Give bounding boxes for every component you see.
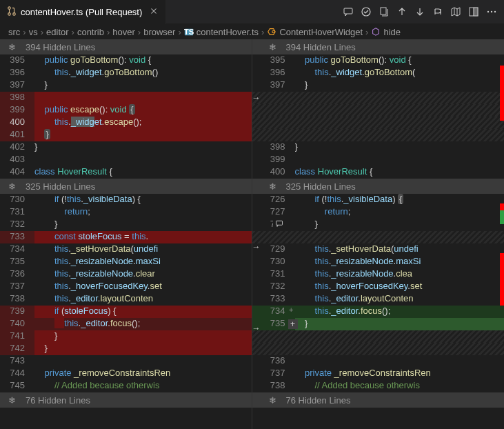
code-line <box>34 154 252 166</box>
code-line <box>34 355 252 368</box>
comment-icon[interactable] <box>340 3 356 20</box>
line-number: 734 <box>0 243 34 256</box>
svg-point-13 <box>272 30 275 33</box>
line-number: 741 <box>0 330 34 343</box>
breadcrumb-item[interactable]: hover <box>112 27 135 37</box>
line-number: 397 <box>0 79 34 92</box>
comment-thread-icon[interactable] <box>273 219 285 228</box>
line-number: 744 <box>0 368 34 380</box>
arrow-down-icon[interactable] <box>412 3 428 20</box>
breadcrumb-item[interactable]: contentHover.ts <box>196 27 259 37</box>
breadcrumb-item[interactable]: contrib <box>77 27 104 37</box>
code-line: } <box>34 219 252 231</box>
line-number: 735 <box>0 256 34 268</box>
diff-left-pane[interactable]: ❄394 Hidden Lines 395 public goToBottom(… <box>0 39 252 429</box>
tab-contenthover[interactable]: contentHover.ts (Pull Request) <box>0 0 166 24</box>
line-number: 397 <box>252 79 295 92</box>
line-number: 743 <box>0 355 34 368</box>
line-number: 729 <box>252 243 295 256</box>
files-icon[interactable] <box>376 3 392 20</box>
tab-label: contentHover.ts (Pull Request) <box>21 7 142 17</box>
close-icon[interactable] <box>149 6 159 18</box>
code-line: this._resizableNode.clea <box>295 268 505 281</box>
line-number: 400 <box>0 117 34 129</box>
line-number: 736 <box>252 355 295 368</box>
add-comment-icon[interactable]: + <box>288 319 298 329</box>
breadcrumbs[interactable]: src› vs› editor› contrib› hover› browser… <box>0 24 504 39</box>
code-line: } <box>34 141 252 154</box>
line-number: 396 <box>252 67 295 79</box>
code-line: } <box>295 219 505 231</box>
line-number: 398 <box>252 141 295 154</box>
line-number: 737 <box>252 368 295 380</box>
more-icon[interactable] <box>483 3 500 20</box>
line-number: 742 <box>0 343 34 355</box>
fold-region[interactable]: ❄76 Hidden Lines <box>252 392 505 408</box>
code-line: if (stoleFocus) { <box>34 306 252 318</box>
fold-region[interactable]: ❄394 Hidden Lines <box>252 39 505 54</box>
breadcrumb-item[interactable]: editor <box>46 27 69 37</box>
line-number: 396 <box>0 67 34 79</box>
code-line: } <box>34 343 252 355</box>
overview-ruler-deleted <box>500 203 504 210</box>
code-line: } <box>295 318 505 330</box>
arrow-up-icon[interactable] <box>394 3 410 20</box>
whitespace-icon[interactable] <box>430 3 446 20</box>
line-number: 399 <box>252 154 295 166</box>
line-number: 732 <box>252 281 295 293</box>
line-number: 730 <box>0 194 34 206</box>
code-line: } <box>295 141 505 154</box>
breadcrumb-item[interactable]: src <box>8 27 20 37</box>
line-number: 733 <box>0 231 34 243</box>
code-line: if (!this._visibleData) { <box>34 194 252 206</box>
code-line: this._widget.goToBottom( <box>295 67 505 79</box>
code-line <box>295 355 505 368</box>
overview-ruler-deleted <box>500 66 504 121</box>
code-line <box>34 92 252 104</box>
breadcrumb-item[interactable]: ContentHoverWidget <box>279 27 363 37</box>
code-line: // Added because otherwis <box>295 380 505 392</box>
line-number: 401 <box>0 129 34 141</box>
line-number: 735+ <box>252 318 295 330</box>
code-line: return; <box>34 206 252 219</box>
svg-point-9 <box>491 11 492 12</box>
check-icon[interactable] <box>358 3 374 20</box>
code-line: public goToBottom(): void { <box>295 54 505 67</box>
svg-rect-14 <box>276 221 282 225</box>
snowflake-icon: ❄ <box>8 395 16 406</box>
map-icon[interactable] <box>447 3 464 20</box>
code-line: this._editor.layoutConten <box>295 293 505 306</box>
code-line: const stoleFocus = this. <box>34 231 252 243</box>
code-line: return; <box>295 206 505 219</box>
code-line: public goToBottom(): void { <box>34 54 252 67</box>
line-number: 727 <box>252 206 295 219</box>
line-number: 403 <box>0 154 34 166</box>
diff-right-pane[interactable]: → → → ❄394 Hidden Lines 395 public goToB… <box>252 39 505 429</box>
code-line: this._editor.focus(); <box>34 318 252 330</box>
breadcrumb-item[interactable]: vs <box>29 27 38 37</box>
line-number: 745 <box>0 380 34 392</box>
fold-region[interactable]: ❄394 Hidden Lines <box>0 39 252 54</box>
fold-region[interactable]: ❄76 Hidden Lines <box>0 392 252 408</box>
breadcrumb-item[interactable]: hide <box>383 27 401 37</box>
line-number: 734+ <box>252 306 295 318</box>
editor-actions <box>340 3 504 20</box>
line-number: 739 <box>0 306 34 318</box>
line-number: 740 <box>0 318 34 330</box>
svg-point-10 <box>494 11 496 12</box>
code-line: } <box>34 129 252 141</box>
split-icon[interactable] <box>465 3 482 20</box>
fold-region[interactable]: ❄325 Hidden Lines <box>0 179 252 194</box>
fold-region[interactable]: ❄325 Hidden Lines <box>252 179 505 194</box>
snowflake-icon: ❄ <box>269 42 276 52</box>
code-line: private _removeConstraintsRen <box>34 368 252 380</box>
svg-point-0 <box>8 6 11 9</box>
svg-point-8 <box>487 11 489 12</box>
breadcrumb-item[interactable]: browser <box>143 27 175 37</box>
code-line: this._hoverFocusedKey.set <box>34 281 252 293</box>
line-number: 398 <box>0 92 34 104</box>
line-number: 400 <box>252 166 295 179</box>
code-line: this._resizableNode.maxSi <box>295 256 505 268</box>
line-number: 399 <box>0 104 34 117</box>
line-number: 404 <box>0 166 34 179</box>
